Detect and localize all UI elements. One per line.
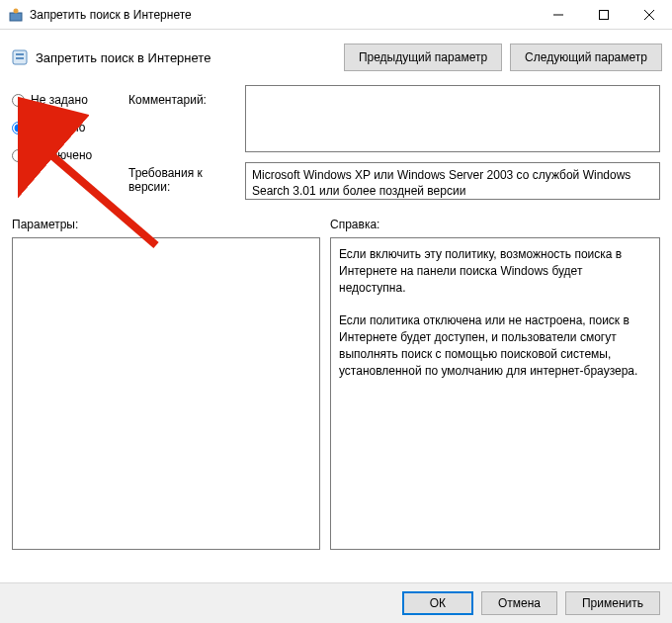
comment-input[interactable]	[245, 85, 660, 152]
maximize-button[interactable]	[581, 0, 627, 29]
radio-not-configured-input[interactable]	[12, 94, 25, 107]
svg-rect-0	[10, 13, 22, 21]
radio-not-configured-label: Не задано	[31, 93, 88, 107]
policy-header: Запретить поиск в Интернете Предыдущий п…	[0, 30, 672, 81]
comment-label: Комментарий:	[128, 85, 237, 107]
help-panel: Если включить эту политику, возможность …	[330, 237, 660, 550]
close-button[interactable]	[627, 0, 672, 29]
previous-setting-button[interactable]: Предыдущий параметр	[344, 44, 502, 71]
radio-enabled[interactable]: Включено	[12, 121, 121, 134]
apply-button[interactable]: Применить	[565, 591, 660, 615]
next-setting-button[interactable]: Следующий параметр	[510, 44, 662, 71]
radio-enabled-label: Включено	[31, 121, 85, 134]
policy-icon	[10, 47, 30, 67]
svg-point-1	[14, 8, 19, 13]
minimize-button[interactable]	[536, 0, 581, 29]
ok-button[interactable]: ОК	[402, 591, 473, 615]
svg-rect-3	[600, 10, 609, 19]
window-title: Запретить поиск в Интернете	[30, 8, 536, 22]
help-label: Справка:	[330, 218, 660, 231]
radio-disabled-input[interactable]	[12, 149, 25, 162]
dialog-footer: ОК Отмена Применить	[0, 582, 672, 623]
options-label: Параметры:	[12, 218, 330, 231]
cancel-button[interactable]: Отмена	[481, 591, 557, 615]
window-titlebar: Запретить поиск в Интернете	[0, 0, 672, 30]
svg-rect-8	[16, 57, 24, 59]
options-panel	[12, 237, 320, 550]
requirements-text: Microsoft Windows XP или Windows Server …	[245, 162, 660, 200]
svg-rect-7	[16, 53, 24, 55]
policy-title: Запретить поиск в Интернете	[36, 50, 344, 65]
app-icon	[8, 7, 24, 23]
window-controls	[536, 0, 672, 29]
radio-enabled-input[interactable]	[12, 122, 25, 134]
radio-disabled-label: Отключено	[31, 148, 92, 162]
radio-disabled[interactable]: Отключено	[12, 148, 121, 162]
radio-not-configured[interactable]: Не задано	[12, 93, 121, 107]
requirements-label: Требования к версии:	[128, 162, 237, 194]
